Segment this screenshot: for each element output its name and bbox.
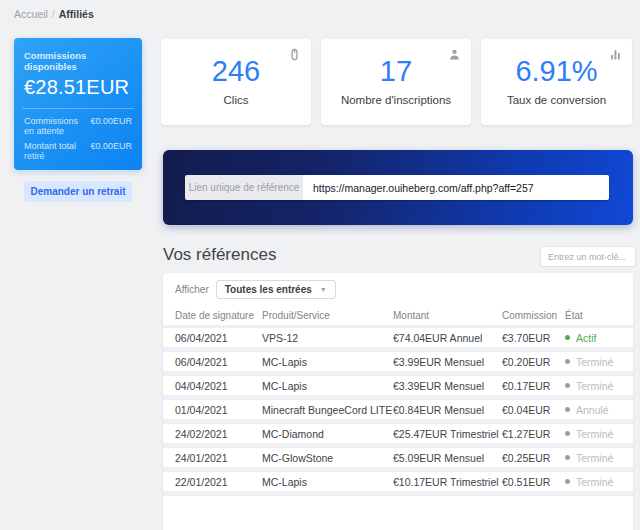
status-badge: Terminé — [565, 428, 633, 440]
cell-commission: €0.17EUR — [502, 380, 565, 392]
cell-date: 06/04/2021 — [175, 356, 262, 368]
breadcrumb-separator: / — [52, 8, 55, 20]
table-header-row: Date de signature Produit/Service Montan… — [163, 306, 633, 328]
signups-label: Nombre d'inscriptions — [321, 94, 471, 106]
status-badge: Actif — [565, 332, 633, 344]
status-dot-icon — [565, 431, 570, 436]
cell-date: 04/04/2021 — [175, 380, 262, 392]
table-row: 01/04/2021 Minecraft BungeeCord LITE €0.… — [163, 400, 633, 424]
search-input[interactable] — [540, 246, 636, 267]
commissions-amount: €28.51EUR — [24, 76, 132, 99]
cell-date: 22/01/2021 — [175, 476, 262, 488]
cell-amount: €0.84EUR Mensuel — [393, 404, 502, 416]
breadcrumb-home-link[interactable]: Accueil — [14, 8, 48, 20]
status-dot-icon — [565, 455, 570, 460]
status-badge: Terminé — [565, 476, 633, 488]
references-title: Vos références — [163, 245, 276, 265]
breadcrumb: Accueil/Affiliés — [14, 8, 94, 20]
table-row: 06/04/2021 VPS-12 €74.04EUR Annuel €3.70… — [163, 328, 633, 352]
status-label: Actif — [576, 332, 596, 344]
column-header-amount: Montant — [393, 310, 502, 321]
status-badge: Terminé — [565, 452, 633, 464]
cell-commission: €0.04EUR — [502, 404, 565, 416]
column-header-product: Produit/Service — [262, 310, 393, 321]
status-dot-icon — [565, 479, 570, 484]
person-icon — [448, 48, 461, 61]
status-badge: Terminé — [565, 380, 633, 392]
cell-date: 24/01/2021 — [175, 452, 262, 464]
table-controls: Afficher Toutes les entrées ▼ — [163, 273, 633, 306]
withdrawn-total-row: Montant total retiré €0.00EUR — [24, 141, 132, 161]
cell-amount: €10.17EUR Trimestriel — [393, 476, 502, 488]
cell-date: 24/02/2021 — [175, 428, 262, 440]
cell-amount: €74.04EUR Annuel — [393, 332, 502, 344]
status-label: Terminé — [576, 428, 613, 440]
entries-filter-select[interactable]: Toutes les entrées ▼ — [216, 280, 336, 299]
cell-commission: €0.51EUR — [502, 476, 565, 488]
cell-product: MC-GlowStone — [262, 452, 393, 464]
references-table-body: 06/04/2021 VPS-12 €74.04EUR Annuel €3.70… — [163, 328, 633, 496]
cell-product: VPS-12 — [262, 332, 393, 344]
cell-product: MC-Diamond — [262, 428, 393, 440]
referral-link-banner: Lien unique de référence — [163, 150, 633, 225]
show-label: Afficher — [175, 284, 209, 295]
breadcrumb-current: Affiliés — [59, 8, 94, 20]
withdrawn-total-value: €0.00EUR — [90, 141, 132, 161]
status-label: Terminé — [576, 476, 613, 488]
clicks-label: Clics — [161, 94, 311, 106]
cell-amount: €25.47EUR Trimestriel — [393, 428, 502, 440]
status-dot-icon — [565, 335, 570, 340]
cell-product: MC-Lapis — [262, 380, 393, 392]
table-row: 24/01/2021 MC-GlowStone €5.09EUR Mensuel… — [163, 448, 633, 472]
status-dot-icon — [565, 407, 570, 412]
cell-commission: €0.20EUR — [502, 356, 565, 368]
column-header-status: État — [565, 310, 633, 321]
status-label: Terminé — [576, 356, 613, 368]
cell-commission: €1.27EUR — [502, 428, 565, 440]
status-badge: Annulé — [565, 404, 633, 416]
conversion-label: Taux de conversion — [481, 94, 632, 106]
cell-amount: €3.39EUR Mensuel — [393, 380, 502, 392]
status-label: Terminé — [576, 380, 613, 392]
table-row: 04/04/2021 MC-Lapis €3.39EUR Mensuel €0.… — [163, 376, 633, 400]
cell-amount: €5.09EUR Mensuel — [393, 452, 502, 464]
signups-card: 17 Nombre d'inscriptions — [321, 39, 471, 125]
request-withdrawal-button[interactable]: Demander un retrait — [24, 181, 132, 202]
cell-commission: €0.25EUR — [502, 452, 565, 464]
divider — [22, 108, 134, 109]
table-row: 24/02/2021 MC-Diamond €25.47EUR Trimestr… — [163, 424, 633, 448]
status-dot-icon — [565, 359, 570, 364]
table-row: 06/04/2021 MC-Lapis €3.99EUR Mensuel €0.… — [163, 352, 633, 376]
cell-date: 06/04/2021 — [175, 332, 262, 344]
commissions-title: Commissions disponibles — [24, 50, 132, 72]
referral-link-label: Lien unique de référence — [185, 175, 303, 200]
cell-commission: €3.70EUR — [502, 332, 565, 344]
referral-link-group: Lien unique de référence — [185, 175, 609, 200]
referral-link-input[interactable] — [303, 175, 609, 200]
divider — [22, 170, 134, 171]
column-header-commission: Commission — [502, 310, 565, 321]
chevron-down-icon: ▼ — [320, 286, 327, 293]
cell-product: Minecraft BungeeCord LITE — [262, 404, 393, 416]
column-header-date: Date de signature — [175, 310, 262, 321]
clicks-card: 246 Clics — [161, 39, 311, 125]
bar-chart-icon — [609, 48, 622, 61]
references-card: Afficher Toutes les entrées ▼ Date de si… — [163, 273, 633, 530]
withdrawn-total-label: Montant total retiré — [24, 141, 90, 161]
pending-commissions-value: €0.00EUR — [90, 116, 132, 136]
conversion-card: 6.91% Taux de conversion — [481, 39, 632, 125]
status-label: Annulé — [576, 404, 609, 416]
entries-filter-value: Toutes les entrées — [225, 284, 312, 295]
status-dot-icon — [565, 383, 570, 388]
status-badge: Terminé — [565, 356, 633, 368]
cell-product: MC-Lapis — [262, 476, 393, 488]
pending-commissions-label: Commissions en attente — [24, 116, 90, 136]
commissions-card: Commissions disponibles €28.51EUR Commis… — [14, 38, 142, 170]
affiliates-page: Accueil/Affiliés Commissions disponibles… — [0, 0, 640, 530]
cell-date: 01/04/2021 — [175, 404, 262, 416]
table-row: 22/01/2021 MC-Lapis €10.17EUR Trimestrie… — [163, 472, 633, 496]
status-label: Terminé — [576, 452, 613, 464]
mouse-icon — [288, 48, 301, 61]
cell-amount: €3.99EUR Mensuel — [393, 356, 502, 368]
cell-product: MC-Lapis — [262, 356, 393, 368]
